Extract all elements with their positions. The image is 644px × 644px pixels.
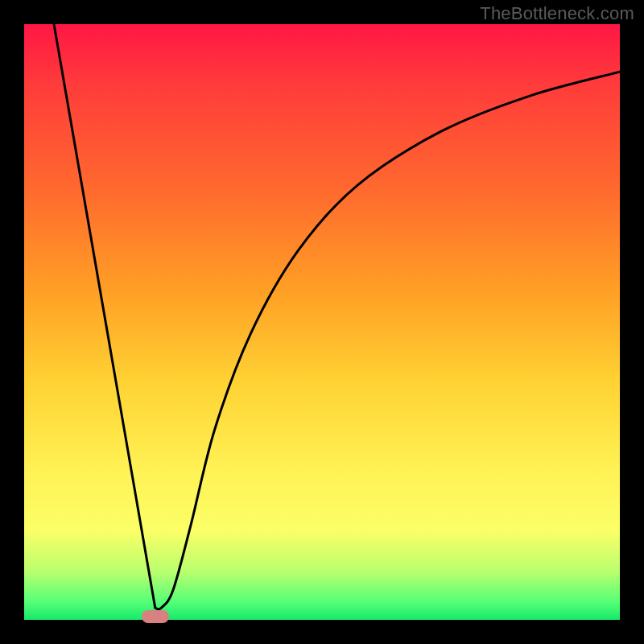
bottleneck-curve: [54, 24, 620, 609]
plot-area: [24, 24, 620, 620]
watermark-text: TheBottleneck.com: [480, 3, 634, 24]
optimum-marker: [142, 610, 169, 623]
curve-svg: [24, 24, 620, 620]
